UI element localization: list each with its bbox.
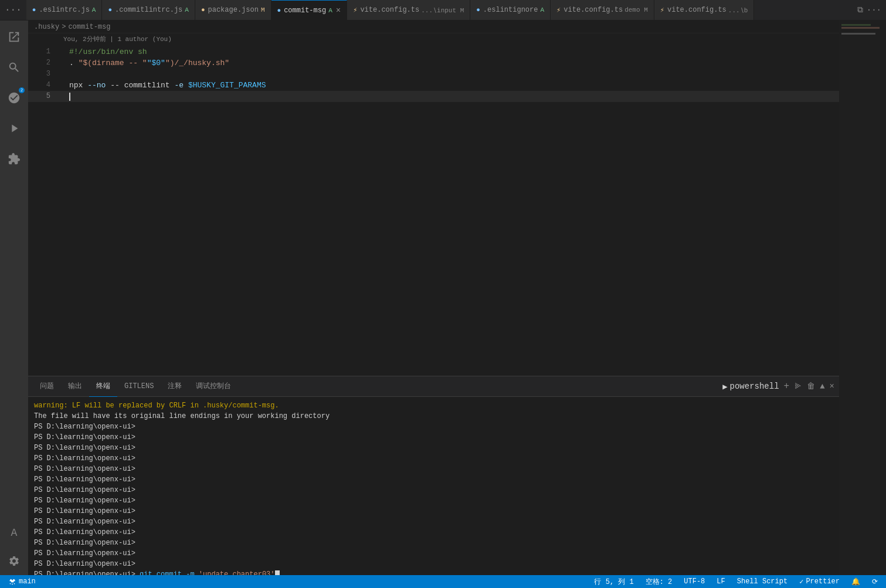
line-number-1: 1 — [28, 46, 57, 57]
line-number-5: 5 — [28, 91, 57, 102]
prettier-check-icon: ✓ — [799, 577, 803, 586]
term-prompt-2: PS D:\learning\openx-ui> — [34, 432, 833, 443]
husky-var: $HUSKY_GIT_PARAMS — [188, 81, 266, 90]
activity-run[interactable] — [0, 114, 28, 142]
code-content-2: . "$(dirname -- ""$0"")/_/husky.sh" — [67, 57, 839, 69]
activity-explorer[interactable] — [0, 23, 28, 51]
tab-icon-commit-msg: ● — [277, 7, 281, 14]
code-line-2: 2 . "$(dirname -- ""$0"")/_/husky.sh" — [28, 57, 839, 69]
tab-badge-commit-msg: A — [328, 7, 332, 14]
breadcrumb: .husky > commit-msg — [28, 21, 839, 33]
sep2 — [184, 81, 188, 90]
minimap-content — [839, 21, 886, 38]
terminal-icon: ▶ — [722, 382, 727, 392]
split-editor-icon[interactable]: ⧉ — [857, 5, 863, 15]
tab-label-commit-msg: commit-msg — [284, 6, 326, 15]
tab-package-json[interactable]: ● package.json M — [195, 0, 271, 21]
term-prompt-7: PS D:\learning\openx-ui> — [34, 485, 833, 495]
tab-sublabel-vite-demo: demo M — [624, 6, 648, 13]
cursor-caret — [69, 93, 70, 101]
status-notifications[interactable]: 🔔 — [849, 575, 863, 588]
tab-eslintignore[interactable]: ● .eslintignore A — [470, 0, 551, 21]
minimap — [839, 21, 886, 575]
remote-label: main — [19, 577, 36, 586]
term-prompt-8: PS D:\learning\openx-ui> — [34, 495, 833, 506]
term-prompt-14: PS D:\learning\openx-ui> — [34, 559, 833, 569]
tab-vite-config-demo[interactable]: ⚡ vite.config.ts demo M — [551, 0, 654, 21]
breadcrumb-folder[interactable]: .husky — [34, 23, 59, 31]
panel-tab-comments[interactable]: 注释 — [161, 376, 189, 397]
line-number-4: 4 — [28, 80, 57, 91]
tab-overflow-menu[interactable]: ··· — [0, 5, 26, 15]
term-prompt-12: PS D:\learning\openx-ui> — [34, 538, 833, 548]
e-flag: -e — [174, 81, 184, 90]
tab-bar: ··· ● .eslintrc.js A ● .commitlintrc.js … — [0, 0, 886, 21]
terminal-output[interactable]: warning: LF will be replaced by CRLF in … — [28, 397, 839, 575]
tab-badge-eslintrc: A — [92, 6, 96, 13]
git-blame-line: You, 2分钟前 | 1 author (You) — [28, 33, 839, 44]
term-commit-msg: 'update chapter03' — [199, 570, 275, 575]
tab-close-commit-msg[interactable]: × — [336, 6, 341, 15]
status-prettier[interactable]: ✓ Prettier — [797, 575, 842, 588]
tab-icon-package-json: ● — [201, 6, 205, 13]
term-git-cmd: git commit -m — [140, 570, 199, 575]
term-cmd-line: PS D:\learning\openx-ui> git commit -m '… — [34, 569, 833, 575]
tab-eslintrc-js[interactable]: ● .eslintrc.js A — [26, 0, 103, 21]
activity-extensions[interactable] — [0, 145, 28, 173]
panel-tab-debug-console[interactable]: 调试控制台 — [189, 376, 238, 397]
remote-icon — [8, 577, 16, 586]
term-prompt-13: PS D:\learning\openx-ui> — [34, 548, 833, 559]
code-line-3: 3 — [28, 69, 839, 80]
tab-label-package-json: package.json — [208, 6, 259, 14]
line-number-3: 3 — [28, 69, 57, 80]
code-line-1: 1 #!/usr/bin/env sh — [28, 46, 839, 57]
status-language[interactable]: Shell Script — [735, 575, 790, 588]
code-content-4: npx --no -- commitlint -e $HUSKY_GIT_PAR… — [67, 80, 839, 91]
tab-vite-config-input[interactable]: ⚡ vite.config.ts ...∖input M — [347, 0, 470, 21]
code-content-5 — [67, 91, 839, 102]
status-encoding[interactable]: UTF-8 — [681, 575, 707, 588]
tab-label-eslintignore: .eslintignore — [483, 6, 538, 14]
tab-commit-msg[interactable]: ● commit-msg A × — [271, 0, 348, 21]
tab-vite-config-b[interactable]: ⚡ vite.config.ts ...∖b — [654, 0, 754, 21]
activity-settings[interactable] — [0, 547, 28, 575]
shell-label: ▶ powershell — [722, 382, 779, 392]
term-info-1: The file will have its original line end… — [34, 411, 833, 422]
var-0: "$0" — [147, 59, 165, 67]
kill-terminal-icon[interactable]: 🗑 — [807, 382, 815, 391]
panel-tab-output[interactable]: 输出 — [61, 376, 89, 397]
split-terminal-icon[interactable]: ⫸ — [794, 382, 802, 391]
panel-tab-problems[interactable]: 问题 — [33, 376, 61, 397]
status-position[interactable]: 行 5, 列 1 — [592, 575, 636, 588]
str-dirname: "$(dirname -- " — [79, 59, 147, 67]
tab-sublabel-vite-input: ...∖input M — [421, 6, 464, 14]
no-flag: --no — [87, 81, 106, 90]
status-sync[interactable]: ⟳ — [870, 575, 880, 588]
tab-commitlintrc-js[interactable]: ● .commitlintrc.js A — [102, 0, 195, 21]
status-bar-right: 行 5, 列 1 空格: 2 UTF-8 LF Shell Script ✓ P… — [592, 575, 880, 588]
code-editor[interactable]: 1 #!/usr/bin/env sh 2 . "$(dirname -- ""… — [28, 44, 839, 376]
git-blame-text: You, 2分钟前 | 1 author (You) — [63, 35, 172, 43]
sync-icon: ⟳ — [872, 577, 878, 586]
tab-icon-vite-demo: ⚡ — [556, 6, 561, 15]
code-line-5: 5 — [28, 91, 839, 102]
tab-badge-eslintignore: A — [540, 6, 544, 13]
panel-tab-terminal[interactable]: 终端 — [89, 376, 117, 397]
panel-tab-gitlens[interactable]: GITLENS — [117, 376, 161, 397]
activity-git[interactable]: 2 — [0, 84, 28, 112]
code-line-4: 4 npx --no -- commitlint -e $HUSKY_GIT_P… — [28, 80, 839, 91]
status-spaces[interactable]: 空格: 2 — [643, 575, 675, 588]
breadcrumb-separator: > — [62, 23, 66, 31]
more-actions-icon[interactable]: ··· — [867, 5, 881, 15]
maximize-panel-icon[interactable]: ▲ — [820, 382, 824, 391]
status-line-ending[interactable]: LF — [714, 575, 727, 588]
activity-search[interactable] — [0, 53, 28, 81]
term-prompt-9: PS D:\learning\openx-ui> — [34, 506, 833, 516]
tab-label-eslintrc: .eslintrc.js — [39, 6, 89, 14]
activity-accounts[interactable]: A — [0, 519, 28, 547]
close-panel-icon[interactable]: × — [830, 382, 834, 391]
add-terminal-icon[interactable]: + — [784, 381, 790, 392]
status-remote[interactable]: main — [6, 575, 38, 588]
term-prompt-3: PS D:\learning\openx-ui> — [34, 443, 833, 453]
breadcrumb-file[interactable]: commit-msg — [68, 23, 110, 31]
